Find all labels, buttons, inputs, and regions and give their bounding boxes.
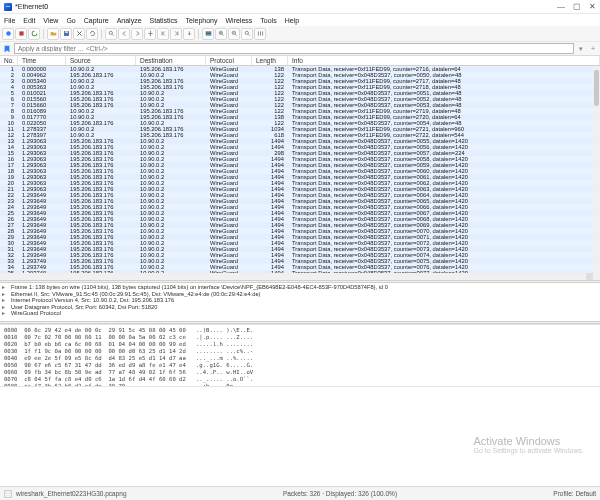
open-file-button[interactable] [47,28,59,40]
packet-list-pane[interactable]: No. Time Source Destination Protocol Len… [0,56,600,280]
caret-right-icon[interactable]: ▸ [2,304,8,310]
capture-properties-icon[interactable] [4,490,12,498]
save-button[interactable] [60,28,72,40]
scrollbar-thumb[interactable] [594,70,599,106]
restart-capture-button[interactable] [28,28,40,40]
packet-list-hscroll[interactable] [0,273,593,280]
tree-label: Ethernet II, Src: VMware_91:5c:45 (00:0c… [11,291,260,297]
svg-rect-3 [65,31,68,32]
svg-point-10 [245,31,248,34]
status-file: wireshark_Ethernet0223HG30.pcapng [16,490,127,497]
svg-rect-6 [205,33,211,34]
menu-bar: FileEditViewGoCaptureAnalyzeStatisticsTe… [0,14,600,26]
go-forward-button[interactable] [131,28,143,40]
filter-expression-dropdown[interactable]: ▾ [576,44,586,54]
menu-analyze[interactable]: Analyze [117,17,142,24]
main-toolbar [0,26,600,42]
packet-list-scrollbar[interactable] [593,66,600,280]
window-title: *Ethernet0 [15,3,48,10]
menu-go[interactable]: Go [66,17,75,24]
filter-toolbar: ▾ + [0,42,600,56]
svg-point-0 [6,31,10,35]
toolbar-separator [198,29,199,39]
reload-button[interactable] [86,28,98,40]
find-packet-button[interactable] [105,28,117,40]
col-time[interactable]: Time [18,56,66,65]
caret-right-icon[interactable]: ▸ [2,284,8,290]
menu-wireless[interactable]: Wireless [225,17,252,24]
menu-file[interactable]: File [4,17,15,24]
caret-right-icon[interactable]: ▸ [2,310,8,316]
col-source[interactable]: Source [66,56,136,65]
start-capture-button[interactable] [2,28,14,40]
windows-activation-watermark: Activate Windows Go to Settings to activ… [474,435,585,454]
zoom-in-button[interactable] [215,28,227,40]
menu-view[interactable]: View [43,17,58,24]
status-packets: Packets: 326 · Displayed: 326 (100.0%) [283,490,397,497]
menu-tools[interactable]: Tools [260,17,276,24]
zoom-out-button[interactable] [228,28,240,40]
tree-label: Frame 1: 138 bytes on wire (1104 bits), … [11,284,388,290]
go-to-packet-button[interactable] [144,28,156,40]
last-packet-button[interactable] [170,28,182,40]
col-no[interactable]: No. [0,56,18,65]
zoom-reset-button[interactable] [241,28,253,40]
svg-rect-5 [205,31,211,32]
menu-capture[interactable]: Capture [84,17,109,24]
col-info[interactable]: Info [288,56,600,65]
caret-right-icon[interactable]: ▸ [2,291,8,297]
filter-bookmark-icon[interactable] [2,44,12,54]
col-protocol[interactable]: Protocol [206,56,252,65]
title-bar: *Ethernet0 — ▢ ✕ [0,0,600,14]
packet-details-pane[interactable]: ▸Frame 1: 138 bytes on wire (1104 bits),… [0,283,600,321]
status-profile[interactable]: Profile: Default [553,490,596,497]
menu-edit[interactable]: Edit [23,17,35,24]
filter-add-button[interactable]: + [588,44,598,54]
tree-item[interactable]: ▸WireGuard Protocol [2,310,598,317]
packet-list-header[interactable]: No. Time Source Destination Protocol Len… [0,56,600,66]
watermark-title: Activate Windows [474,435,585,447]
menu-help[interactable]: Help [285,17,299,24]
colorize-button[interactable] [202,28,214,40]
minimize-button[interactable]: — [557,2,565,11]
resize-columns-button[interactable] [254,28,266,40]
wireshark-icon [4,3,12,11]
close-file-button[interactable] [73,28,85,40]
toolbar-separator [101,29,102,39]
first-packet-button[interactable] [157,28,169,40]
svg-point-4 [109,31,112,34]
tree-label: Internet Protocol Version 4, Src: 10.90.… [11,297,174,303]
menu-statistics[interactable]: Statistics [150,17,178,24]
toolbar-separator [43,29,44,39]
svg-rect-7 [205,34,211,35]
caret-right-icon[interactable]: ▸ [2,297,8,303]
svg-rect-1 [19,31,23,35]
stop-capture-button[interactable] [15,28,27,40]
col-length[interactable]: Length [252,56,288,65]
close-button[interactable]: ✕ [589,2,596,11]
menu-telephony[interactable]: Telephony [186,17,218,24]
status-bar: wireshark_Ethernet0223HG30.pcapng Packet… [0,486,600,500]
packet-bytes-pane[interactable]: 0000 00 0c 29 42 e4 de 00 0c 29 91 5c 45… [0,324,600,386]
tree-label: User Datagram Protocol, Src Port: 60342,… [11,304,157,310]
auto-scroll-button[interactable] [183,28,195,40]
display-filter-input[interactable] [14,43,574,54]
maximize-button[interactable]: ▢ [573,2,581,11]
tree-label: WireGuard Protocol [11,310,61,316]
go-back-button[interactable] [118,28,130,40]
col-destination[interactable]: Destination [136,56,206,65]
watermark-subtitle: Go to Settings to activate Windows. [474,447,585,454]
